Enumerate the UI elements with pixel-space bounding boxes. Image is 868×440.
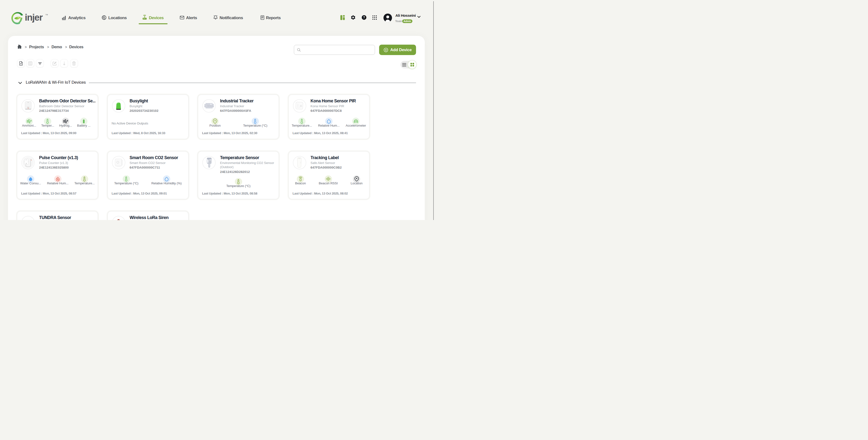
- svg-text:TEKTELIC: TEKTELIC: [207, 105, 213, 107]
- svg-text:?: ?: [363, 16, 365, 19]
